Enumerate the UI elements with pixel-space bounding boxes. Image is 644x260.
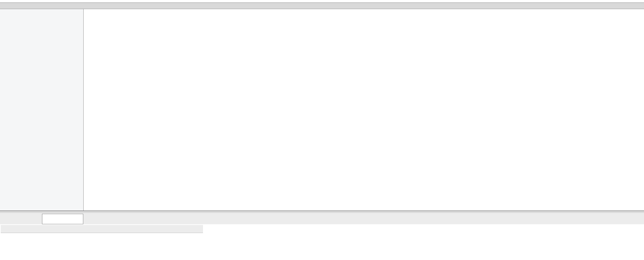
tab-counter-sample[interactable]	[42, 214, 83, 224]
process-header[interactable]	[0, 2, 644, 9]
table-header-row	[1, 225, 203, 233]
panel-tab-strip	[0, 213, 644, 224]
counter-sample-table	[1, 224, 203, 258]
table-body-row[interactable]	[1, 233, 203, 256]
selection-panel	[0, 213, 644, 260]
trace-viewer	[0, 0, 644, 260]
track-sidebar	[0, 9, 84, 211]
time-ruler[interactable]	[84, 0, 644, 2]
